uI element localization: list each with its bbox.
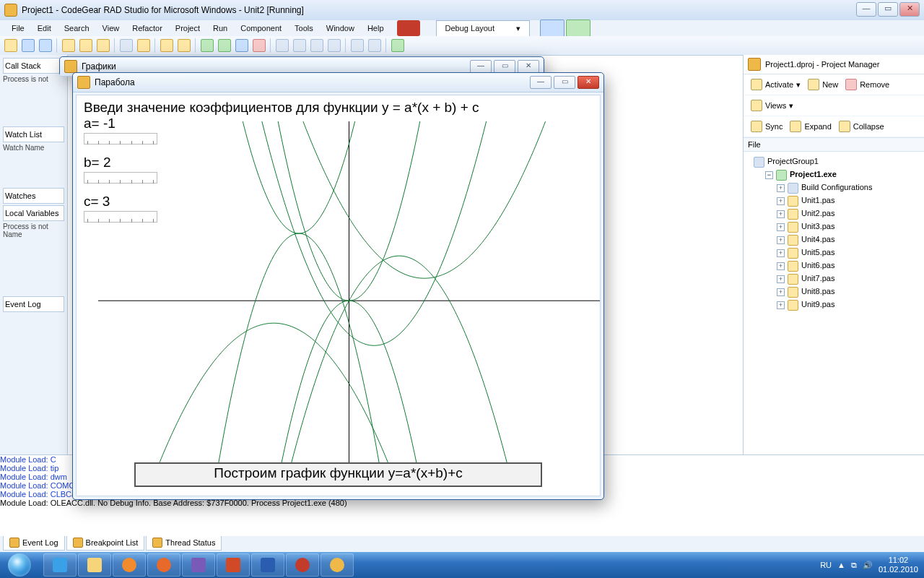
tray-lang[interactable]: RU	[820, 561, 832, 569]
panel-event-log[interactable]: Event Log	[3, 296, 64, 312]
menu-view[interactable]: View	[97, 22, 126, 35]
taskbar-firefox[interactable]	[147, 553, 180, 577]
tb-new[interactable]	[4, 39, 17, 52]
start-button[interactable]	[0, 552, 39, 578]
tab-watches[interactable]: Watches	[3, 188, 64, 204]
grafiki-min-button[interactable]: —	[470, 60, 492, 73]
tree-unit[interactable]: +Unit8.pas	[749, 285, 918, 298]
pm-expand[interactable]: Expand	[790, 121, 831, 132]
taskbar-delphi[interactable]	[286, 553, 319, 577]
tree-unit[interactable]: +Unit4.pas	[749, 233, 918, 246]
menu-window[interactable]: Window	[321, 22, 360, 35]
tree-build[interactable]: +Build Configurations	[749, 181, 918, 194]
menu-component[interactable]: Component	[235, 22, 287, 35]
system-tray: RU ▲ ⧉ 🔊 11:02 01.02.2010	[820, 556, 924, 574]
project-manager-title-text: Project1.dproj - Project Manager	[765, 60, 879, 69]
tb-open[interactable]	[22, 39, 35, 52]
tray-clock[interactable]: 11:02 01.02.2010	[879, 556, 918, 574]
tree-unit[interactable]: +Unit1.pas	[749, 194, 918, 207]
menu-edit[interactable]: Edit	[32, 22, 57, 35]
tb-misc1[interactable]	[120, 39, 133, 52]
tb-folder3[interactable]	[97, 39, 110, 52]
tb-help[interactable]	[391, 39, 404, 52]
tb-misc4[interactable]	[178, 39, 191, 52]
pm-collapse[interactable]: Collapse	[839, 121, 884, 132]
menu-tools[interactable]: Tools	[289, 22, 319, 35]
menu-help[interactable]: Help	[362, 22, 390, 35]
taskbar-powerpoint[interactable]	[217, 553, 250, 577]
tree-unit[interactable]: +Unit3.pas	[749, 220, 918, 233]
tree-exe[interactable]: −Project1.exe	[749, 168, 918, 181]
tree-unit[interactable]: +Unit2.pas	[749, 207, 918, 220]
chevron-down-icon: ▾	[510, 22, 526, 35]
parabola-min-button[interactable]: —	[530, 76, 552, 89]
build-graph-button[interactable]: Построим график функции y=a*(x+b)+c	[134, 462, 542, 487]
tb-misc2[interactable]	[137, 39, 150, 52]
grafiki-close-button[interactable]: ✕	[518, 60, 539, 73]
tree-unit[interactable]: +Unit5.pas	[749, 246, 918, 259]
grafiki-max-button[interactable]: ▭	[494, 60, 515, 73]
parabola-window[interactable]: Парабола — ▭ ✕ Введи значение коэффициен…	[72, 72, 604, 500]
tree-unit[interactable]: +Unit9.pas	[749, 298, 918, 311]
tb-nav2[interactable]	[368, 39, 381, 52]
toolbar-small2[interactable]	[566, 20, 590, 37]
tb-nav1[interactable]	[351, 39, 364, 52]
parabola-icon	[77, 76, 90, 89]
close-button[interactable]: ✕	[899, 2, 920, 17]
tree-unit[interactable]: +Unit6.pas	[749, 259, 918, 272]
tb-folder2[interactable]	[79, 39, 92, 52]
pm-remove[interactable]: Remove	[845, 79, 889, 90]
tab-breakpoint-list[interactable]: Breakpoint List	[66, 535, 145, 551]
tray-time: 11:02	[879, 556, 918, 565]
tb-step2[interactable]	[293, 39, 306, 52]
taskbar-app1[interactable]	[182, 553, 215, 577]
panel-watch-list[interactable]: Watch List	[3, 126, 64, 142]
taskbar-explorer[interactable]	[78, 553, 111, 577]
minimize-button[interactable]: —	[856, 2, 876, 17]
menu-project[interactable]: Project	[170, 22, 206, 35]
project-manager-title: Project1.dproj - Project Manager	[744, 55, 924, 74]
taskbar-media[interactable]	[113, 553, 146, 577]
pm-views[interactable]: Views ▾	[751, 100, 793, 111]
parabola-plot	[98, 121, 600, 480]
project-tree[interactable]: ProjectGroup1 −Project1.exe +Build Confi…	[744, 152, 924, 449]
taskbar-word[interactable]	[251, 553, 284, 577]
tb-run[interactable]	[201, 39, 214, 52]
tab-event-log[interactable]: Event Log	[3, 535, 65, 551]
panel-call-stack[interactable]: Call Stack	[3, 58, 64, 74]
pm-new[interactable]: New	[808, 79, 838, 90]
parabola-titlebar[interactable]: Парабола — ▭ ✕	[73, 73, 603, 92]
tb-folder1[interactable]	[62, 39, 75, 52]
taskbar-ie[interactable]	[43, 553, 77, 577]
tb-misc3[interactable]	[160, 39, 173, 52]
tb-step4[interactable]	[328, 39, 341, 52]
tree-group[interactable]: ProjectGroup1	[749, 155, 918, 168]
tb-stop[interactable]	[253, 39, 266, 52]
tab-thread-status[interactable]: Thread Status	[146, 535, 222, 551]
tray-network-icon[interactable]: ⧉	[851, 561, 857, 570]
tb-run-wo-debug[interactable]	[218, 39, 231, 52]
menu-search[interactable]: Search	[58, 22, 95, 35]
toolbar-small1[interactable]	[540, 20, 565, 37]
tb-pause[interactable]	[235, 39, 248, 52]
tb-step1[interactable]	[276, 39, 289, 52]
tb-step3[interactable]	[310, 39, 323, 52]
menu-file[interactable]: File	[6, 22, 30, 35]
pm-activate[interactable]: Activate ▾	[751, 79, 801, 90]
layout-combo[interactable]: Debug Layout ▾	[436, 20, 530, 37]
call-stack-empty: Process is not	[3, 75, 64, 83]
tray-volume-icon[interactable]: 🔊	[863, 561, 873, 570]
tree-unit[interactable]: +Unit7.pas	[749, 272, 918, 285]
panel-local-vars[interactable]: Local Variables	[3, 205, 64, 221]
menu-run[interactable]: Run	[207, 22, 233, 35]
parabola-close-button[interactable]: ✕	[578, 76, 599, 89]
parabola-max-button[interactable]: ▭	[554, 76, 575, 89]
tb-save[interactable]	[39, 39, 52, 52]
taskbar-running[interactable]	[321, 553, 354, 577]
pm-sync[interactable]: Sync	[751, 121, 783, 132]
menu-refactor[interactable]: Refactor	[126, 22, 168, 35]
taskbar: RU ▲ ⧉ 🔊 11:02 01.02.2010	[0, 552, 924, 578]
tray-flag-icon[interactable]: ▲	[837, 561, 845, 569]
helmet-icon	[397, 20, 420, 36]
maximize-button[interactable]: ▭	[878, 2, 898, 17]
